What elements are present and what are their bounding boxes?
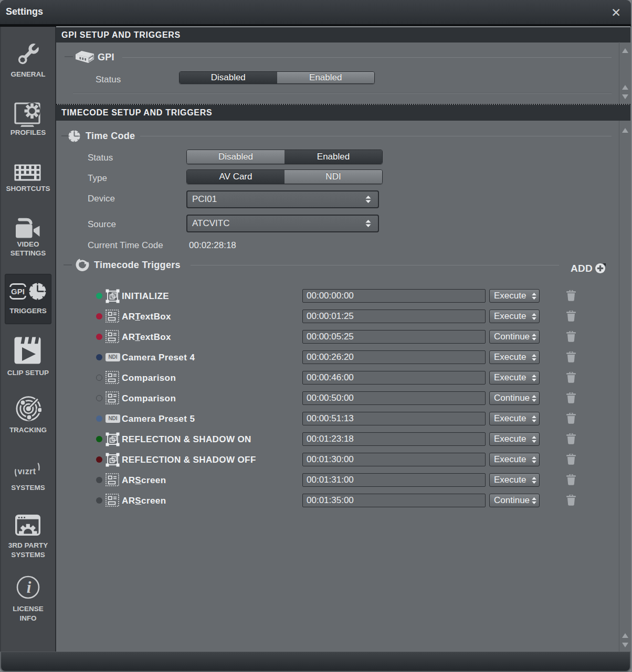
svg-text:GPI: GPI bbox=[11, 287, 25, 296]
svg-text:i: i bbox=[27, 578, 31, 596]
svg-text:vızrt: vızrt bbox=[18, 467, 36, 476]
